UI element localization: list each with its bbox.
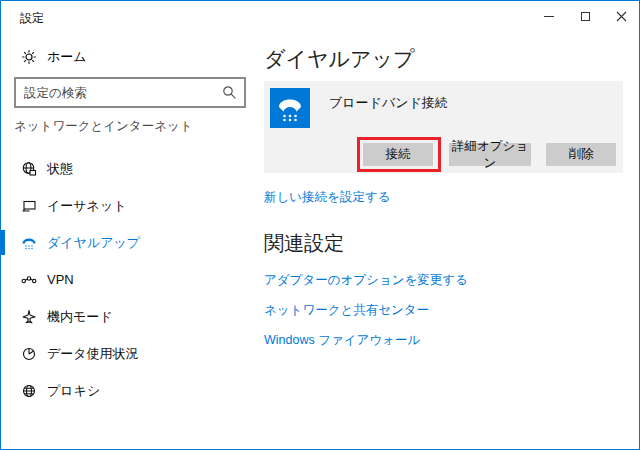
windows-firewall-link[interactable]: Windows ファイアウォール — [264, 332, 420, 349]
sidebar-item-label: VPN — [47, 272, 74, 287]
window-title: 設定 — [20, 10, 44, 27]
search-input[interactable] — [14, 77, 246, 108]
connect-button[interactable]: 接続 — [363, 143, 433, 166]
sidebar-item-proxy[interactable]: プロキシ — [1, 372, 246, 409]
dialup-phone-icon — [21, 235, 37, 251]
gear-icon — [21, 49, 37, 65]
connection-name: ブロードバンド接続 — [329, 94, 448, 112]
data-usage-pie-icon — [21, 346, 37, 362]
settings-window: 設定 ホーム — [0, 0, 640, 450]
related-settings-title: 関連設定 — [264, 230, 344, 257]
page-title: ダイヤルアップ — [264, 45, 414, 73]
sidebar-item-label: 状態 — [47, 160, 73, 178]
sidebar-item-airplane-mode[interactable]: 機内モード — [1, 298, 246, 335]
settings-search — [14, 77, 246, 108]
broadband-phone-icon — [270, 88, 310, 128]
vpn-icon — [21, 272, 37, 288]
selected-indicator — [1, 230, 5, 255]
sidebar-item-label: データ使用状況 — [47, 345, 139, 363]
status-globe-icon — [21, 161, 37, 177]
network-sharing-center-link[interactable]: ネットワークと共有センター — [264, 302, 429, 319]
ethernet-icon — [21, 198, 37, 214]
sidebar-item-ethernet[interactable]: イーサネット — [1, 187, 246, 224]
delete-button[interactable]: 削除 — [546, 143, 616, 166]
sidebar-item-label: 機内モード — [47, 308, 113, 326]
sidebar-item-data-usage[interactable]: データ使用状況 — [1, 335, 246, 372]
advanced-options-button[interactable]: 詳細オプション — [449, 143, 531, 166]
sidebar-item-label: プロキシ — [47, 382, 100, 400]
sidebar-home-label: ホーム — [47, 48, 87, 66]
maximize-icon — [581, 12, 590, 21]
sidebar-section-label: ネットワークとインターネット — [14, 118, 193, 135]
sidebar-item-dialup[interactable]: ダイヤルアップ — [1, 224, 246, 261]
sidebar-item-vpn[interactable]: VPN — [1, 261, 246, 298]
airplane-icon — [21, 309, 37, 325]
sidebar-item-status[interactable]: 状態 — [1, 150, 246, 187]
proxy-globe-icon — [21, 383, 37, 399]
sidebar-item-label: イーサネット — [47, 197, 127, 215]
setup-new-connection-link[interactable]: 新しい接続を設定する — [264, 189, 390, 206]
close-button[interactable] — [603, 1, 639, 31]
window-controls — [531, 1, 639, 31]
close-icon — [616, 11, 627, 22]
title-bar: 設定 — [1, 1, 639, 31]
minimize-icon — [544, 16, 554, 17]
change-adapter-options-link[interactable]: アダプターのオプションを変更する — [264, 272, 468, 289]
sidebar-item-home[interactable]: ホーム — [1, 44, 246, 69]
maximize-button[interactable] — [567, 1, 603, 31]
sidebar-item-label: ダイヤルアップ — [47, 234, 140, 252]
minimize-button[interactable] — [531, 1, 567, 31]
